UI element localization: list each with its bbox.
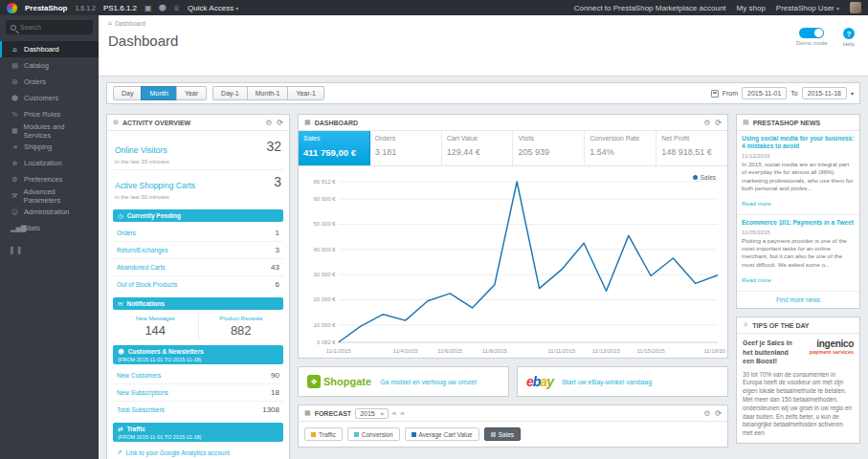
kpi-cart-value[interactable]: Cart Value129,44 € xyxy=(442,131,514,165)
marketplace-link[interactable]: Connect to PrestaShop Marketplace accoun… xyxy=(574,4,726,12)
chart-legend[interactable]: Sales xyxy=(693,174,716,181)
online-visitors-link[interactable]: Online Visitors xyxy=(115,145,167,155)
forecast-legend-traffic[interactable]: Traffic xyxy=(304,427,343,441)
pending-row-out-of-stock-products[interactable]: Out of Stock Products6 xyxy=(113,276,283,293)
forecast-legend-sales[interactable]: Sales xyxy=(484,427,521,441)
news-article-title[interactable]: Ecommerce 101: Payments in a Tweet xyxy=(742,219,855,227)
sidebar-item-price-rules[interactable]: %Price Rules xyxy=(0,106,99,122)
sidebar-item-advanced-parameters[interactable]: ⚒Advanced Parameters xyxy=(0,187,99,204)
sidebar-item-shipping[interactable]: ➔Shipping xyxy=(0,139,99,155)
my-shop-link[interactable]: My shop xyxy=(737,4,766,12)
forecast-year-select[interactable]: 2015 ▾ xyxy=(355,408,389,419)
kpi-visits[interactable]: Visits205 939 xyxy=(513,131,585,165)
filter-month-1-button[interactable]: Month-1 xyxy=(247,86,289,100)
sidebar-item-dashboard[interactable]: ⌂Dashboard xyxy=(0,41,99,57)
sidebar-item-label: Administration xyxy=(24,208,70,216)
kpi-label: Sales xyxy=(303,135,365,142)
ebay-letter: y xyxy=(546,374,553,389)
next-page-icon[interactable]: » xyxy=(400,409,404,418)
date-to-box[interactable]: 2015-11-18 xyxy=(802,87,847,99)
refresh-icon[interactable]: ⟳ xyxy=(715,119,722,127)
news-article-body: In 2015, social media are an integral pa… xyxy=(742,161,855,192)
kpi-sales[interactable]: Sales411 759,00 € xyxy=(299,131,370,165)
online-visitors-row: Online Visitors in the last 30 minutes 3… xyxy=(113,135,283,170)
customers-list: New Customers90New Subscriptions18Total … xyxy=(113,367,283,418)
find-more-news-link[interactable]: Find more news xyxy=(737,292,859,308)
quick-access-menu[interactable]: Quick Access ▾ xyxy=(188,4,238,12)
pending-row-orders[interactable]: Orders1 xyxy=(113,225,283,242)
sidebar-item-preferences[interactable]: ⚙Preferences xyxy=(0,171,99,187)
search-input[interactable] xyxy=(20,24,88,31)
shop-name: PS1.6.1.2 xyxy=(103,4,137,12)
kpi-orders[interactable]: Orders3 181 xyxy=(370,131,442,165)
kpi-conversion-rate[interactable]: Conversion Rate1.54% xyxy=(585,131,657,165)
user-avatar[interactable] xyxy=(850,2,861,13)
news-article-title[interactable]: Using social media for your business: 4 … xyxy=(742,135,855,151)
cart-icon[interactable]: ▣ xyxy=(145,4,152,12)
collapse-menu-button[interactable]: ❚❚ xyxy=(0,246,99,254)
pending-list: Orders1Return/Exchanges3Abandoned Carts4… xyxy=(113,225,283,293)
gear-icon[interactable]: ⚙ xyxy=(265,119,272,127)
gear-icon[interactable]: ⚙ xyxy=(703,119,710,127)
help-icon[interactable]: ? xyxy=(843,28,855,39)
demo-mode-toggle[interactable] xyxy=(799,28,824,38)
gear-icon[interactable]: ⚙ xyxy=(703,409,710,418)
legend-label: Traffic xyxy=(319,431,336,438)
refresh-icon[interactable]: ⟳ xyxy=(277,119,283,127)
sidebar-item-catalog[interactable]: ▤Catalog xyxy=(0,57,99,74)
demo-mode-label: Demo mode xyxy=(796,40,828,46)
legend-label: Sales xyxy=(499,431,514,438)
active-carts-link[interactable]: Active Shopping Carts xyxy=(115,181,195,190)
shopgate-link[interactable]: Ga mobiel en verhoog uw omzet xyxy=(380,379,477,385)
legend-label: Conversion xyxy=(362,431,393,438)
notification-new-messages[interactable]: New Messages144 xyxy=(113,313,198,340)
sidebar-item-modules-and-services[interactable]: ▦Modules and Services xyxy=(0,122,99,139)
notification-product-reviews[interactable]: Product Reviews882 xyxy=(198,313,284,340)
legend-square-icon xyxy=(354,432,359,437)
date-range-picker[interactable]: From 2015-11-01 To 2015-11-18 ▾ xyxy=(711,87,854,99)
module-promos: ❖ Shopgate Ga mobiel en verhoog uw omzet… xyxy=(298,366,728,397)
online-visitors-sub: in the last 30 minutes xyxy=(115,159,169,164)
svg-text:11/13/2015: 11/13/2015 xyxy=(592,348,621,354)
kpi-net-profit[interactable]: Net Profit148 918,51 € xyxy=(657,131,727,165)
pending-row-return-exchanges[interactable]: Return/Exchanges3 xyxy=(113,242,283,259)
sidebar-item-orders[interactable]: ⊞Orders xyxy=(0,74,99,90)
customers-row-total-subscribers[interactable]: Total Subscribers1308 xyxy=(113,402,283,418)
sidebar-item-localization[interactable]: ⊕Localization xyxy=(0,155,99,171)
notifications-section-header: ✉ Notifications xyxy=(113,297,283,310)
activity-icon: ⊙ xyxy=(113,119,119,126)
forecast-legend-average-cart-value[interactable]: Average Cart Value xyxy=(405,427,479,441)
filter-year-button[interactable]: Year xyxy=(176,86,207,100)
read-more-link[interactable]: Read more xyxy=(742,276,771,283)
trophy-icon[interactable]: ♕ xyxy=(173,4,180,12)
prev-page-icon[interactable]: « xyxy=(392,409,396,418)
google-analytics-link[interactable]: ⇗ Link to your Google Analytics account xyxy=(113,445,283,458)
forecast-legend-conversion[interactable]: Conversion xyxy=(347,427,400,441)
from-label: From xyxy=(723,90,738,97)
read-more-link[interactable]: Read more xyxy=(742,200,771,207)
sidebar-item-customers[interactable]: ☻Customers xyxy=(0,90,99,106)
person-icon[interactable]: ☻ xyxy=(159,4,167,12)
ebay-link[interactable]: Start uw eBay-winkel vandaag xyxy=(562,379,652,385)
customers-row-new-customers[interactable]: New Customers90 xyxy=(113,367,283,384)
tips-text: 30 tot 70% van de consumenten in Europa … xyxy=(743,371,854,439)
pending-section-header: ◷ Currently Pending xyxy=(113,209,283,222)
ebay-logo: ebay xyxy=(526,375,553,388)
kpi-label: Cart Value xyxy=(447,135,508,142)
refresh-icon[interactable]: ⟳ xyxy=(715,409,722,418)
pending-row-abandoned-carts[interactable]: Abandoned Carts43 xyxy=(113,259,283,276)
customers-row-new-subscriptions[interactable]: New Subscriptions18 xyxy=(113,384,283,402)
sidebar-item-administration[interactable]: ☺Administration xyxy=(0,204,99,220)
sidebar-item-stats[interactable]: ▂▅▇Stats xyxy=(0,220,99,236)
svg-text:40 000 €: 40 000 € xyxy=(314,247,337,252)
date-from-box[interactable]: 2015-11-01 xyxy=(742,87,787,99)
user-menu[interactable]: PrestaShop User ▾ xyxy=(776,4,839,12)
filter-month-button[interactable]: Month xyxy=(141,86,176,100)
kpi-label: Net Profit xyxy=(661,135,723,142)
dashboard-columns: ⊙ ACTIVITY OVERVIEW ⚙ ⟳ Online Visitors … xyxy=(106,114,860,459)
row-label: New Subscriptions xyxy=(117,389,168,396)
svg-text:11/1/2015: 11/1/2015 xyxy=(326,348,352,354)
filter-year-1-button[interactable]: Year-1 xyxy=(287,86,323,100)
filter-day-button[interactable]: Day xyxy=(113,86,142,100)
filter-day-1-button[interactable]: Day-1 xyxy=(212,86,248,100)
